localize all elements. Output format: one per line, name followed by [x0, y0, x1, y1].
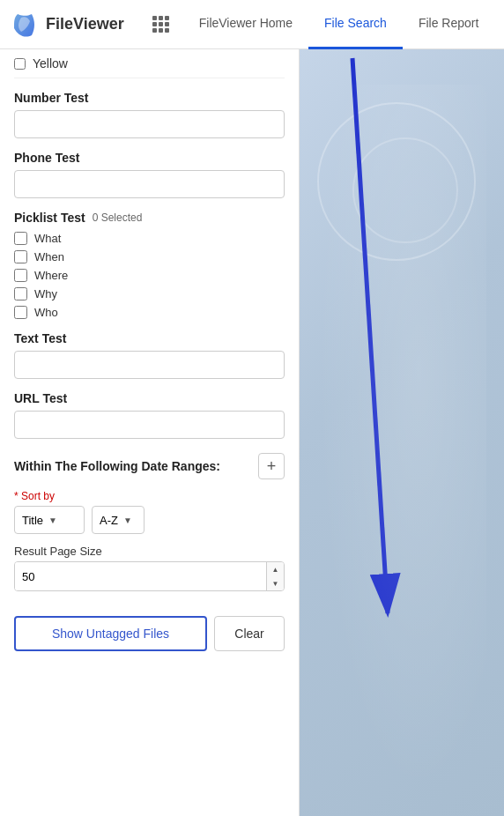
spinner-up-button[interactable]: ▲ [267, 562, 284, 576]
arrow-overlay [300, 49, 504, 816]
sort-az-dropdown-arrow: ▼ [123, 516, 132, 525]
yellow-row: Yellow [14, 49, 285, 78]
url-test-group: URL Test [14, 391, 285, 439]
sort-title-dropdown-arrow: ▼ [48, 516, 57, 525]
picklist-checkbox-when[interactable] [14, 250, 27, 263]
right-panel [300, 49, 504, 816]
sort-required-label: * Sort by [14, 490, 285, 502]
picklist-option-what[interactable]: What [14, 232, 285, 245]
yellow-checkbox[interactable] [14, 58, 26, 70]
left-panel: Yellow Number Test Phone Test Picklist T… [0, 49, 300, 816]
url-test-label: URL Test [14, 391, 285, 405]
picklist-option-who-label: Who [34, 306, 58, 319]
picklist-checkbox-where[interactable] [14, 269, 27, 282]
number-test-label: Number Test [14, 91, 285, 105]
picklist-option-why-label: Why [34, 287, 57, 300]
tab-file-report[interactable]: File Report [403, 0, 494, 49]
yellow-label: Yellow [33, 56, 68, 70]
app-logo [11, 11, 39, 39]
date-ranges-row: Within The Following Date Ranges: + [14, 453, 285, 479]
sort-title-select[interactable]: Title ▼ [14, 506, 85, 534]
phone-test-input[interactable] [14, 170, 285, 198]
sort-az-select[interactable]: A-Z ▼ [92, 506, 145, 534]
nav-tabs: FileViewer Home File Search File Report [183, 0, 495, 48]
add-date-range-button[interactable]: + [258, 453, 285, 479]
phone-test-label: Phone Test [14, 151, 285, 165]
phone-test-group: Phone Test [14, 151, 285, 198]
result-page-size-label: Result Page Size [14, 545, 285, 558]
picklist-count: 0 Selected [93, 211, 143, 224]
sort-section: * Sort by Title ▼ A-Z ▼ [14, 490, 285, 534]
sort-controls: Title ▼ A-Z ▼ [14, 506, 285, 534]
svg-line-1 [352, 58, 388, 613]
date-ranges-label: Within The Following Date Ranges: [14, 459, 220, 473]
deco-circle-2 [352, 137, 458, 243]
sort-title-value: Title [22, 514, 43, 527]
result-page-size-section: Result Page Size ▲ ▼ [14, 545, 285, 591]
text-test-input[interactable] [14, 351, 285, 379]
picklist-option-what-label: What [34, 232, 61, 245]
sort-az-value: A-Z [100, 514, 118, 527]
sort-by-label: Sort by [21, 490, 55, 502]
picklist-checkbox-why[interactable] [14, 287, 27, 300]
text-test-label: Text Test [14, 331, 285, 345]
app-name: FileViewer [46, 15, 124, 33]
picklist-option-when[interactable]: When [14, 250, 285, 263]
show-untagged-files-button[interactable]: Show Untagged Files [14, 616, 207, 651]
sort-required-marker: * [14, 490, 19, 502]
number-test-group: Number Test [14, 91, 285, 138]
spinner-down-button[interactable]: ▼ [267, 576, 284, 590]
number-test-input[interactable] [14, 110, 285, 138]
picklist-options: What When Where Why Who [14, 232, 285, 319]
picklist-option-when-label: When [34, 250, 64, 263]
picklist-checkbox-who[interactable] [14, 306, 27, 319]
picklist-option-where[interactable]: Where [14, 269, 285, 282]
picklist-test-label: Picklist Test [14, 211, 85, 225]
result-page-size-input[interactable] [15, 562, 266, 590]
deco-circle-1 [317, 102, 476, 261]
header: FileViewer FileViewer Home File Search F… [0, 0, 504, 49]
grid-icon[interactable] [152, 16, 169, 33]
result-page-size-spinner: ▲ ▼ [14, 561, 285, 591]
tab-file-search[interactable]: File Search [308, 0, 403, 49]
picklist-option-where-label: Where [34, 269, 68, 282]
picklist-option-why[interactable]: Why [14, 287, 285, 300]
text-test-group: Text Test [14, 331, 285, 379]
bottom-buttons: Show Untagged Files Clear [14, 605, 285, 651]
picklist-option-who[interactable]: Who [14, 306, 285, 319]
spinner-arrows: ▲ ▼ [266, 562, 284, 590]
main-layout: Yellow Number Test Phone Test Picklist T… [0, 49, 504, 816]
clear-button[interactable]: Clear [214, 616, 285, 651]
picklist-header: Picklist Test 0 Selected [14, 211, 285, 225]
url-test-input[interactable] [14, 411, 285, 439]
tab-fileviewer-home[interactable]: FileViewer Home [183, 0, 308, 49]
picklist-checkbox-what[interactable] [14, 232, 27, 245]
picklist-test-group: Picklist Test 0 Selected What When Where [14, 211, 285, 319]
